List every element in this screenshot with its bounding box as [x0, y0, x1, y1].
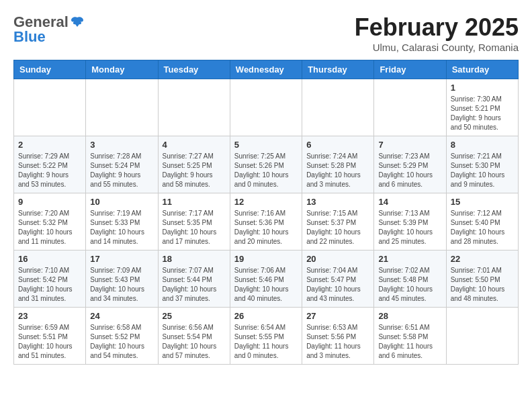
day-info: Daylight: 11 hours and 3 minutes.: [306, 342, 369, 361]
day-number: 14: [378, 197, 441, 207]
day-info: Daylight: 11 hours and 6 minutes.: [378, 342, 441, 361]
day-info: Sunset: 5:48 PM: [378, 275, 441, 285]
day-number: 6: [306, 140, 369, 150]
day-info: Daylight: 10 hours and 45 minutes.: [378, 285, 441, 304]
day-info: Sunset: 5:36 PM: [234, 218, 298, 228]
day-number: 16: [18, 254, 81, 264]
day-number: 28: [378, 311, 441, 321]
day-info: Sunset: 5:51 PM: [18, 332, 81, 342]
calendar-cell: 3Sunrise: 7:28 AMSunset: 5:24 PMDaylight…: [86, 136, 158, 193]
day-number: 7: [378, 140, 441, 150]
calendar-week-5: 23Sunrise: 6:59 AMSunset: 5:51 PMDayligh…: [14, 308, 519, 365]
day-info: Daylight: 9 hours and 58 minutes.: [163, 171, 226, 189]
logo-bird-icon: [70, 15, 85, 30]
calendar-cell: 20Sunrise: 7:04 AMSunset: 5:47 PMDayligh…: [302, 250, 374, 308]
calendar-cell: 19Sunrise: 7:06 AMSunset: 5:46 PMDayligh…: [230, 250, 302, 308]
day-info: Daylight: 10 hours and 9 minutes.: [451, 171, 514, 189]
col-thursday: Thursday: [302, 60, 374, 79]
day-info: Sunrise: 7:27 AM: [163, 152, 226, 161]
day-info: Sunrise: 7:02 AM: [378, 266, 441, 275]
day-info: Sunrise: 7:30 AM: [451, 95, 514, 104]
day-info: Sunrise: 7:13 AM: [378, 209, 441, 218]
day-info: Sunset: 5:21 PM: [451, 104, 514, 113]
day-info: Sunset: 5:46 PM: [234, 275, 298, 285]
calendar-week-3: 9Sunrise: 7:20 AMSunset: 5:32 PMDaylight…: [14, 193, 519, 250]
day-info: Daylight: 10 hours and 51 minutes.: [18, 342, 81, 361]
day-info: Sunset: 5:52 PM: [90, 332, 153, 342]
day-number: 11: [163, 197, 226, 207]
day-number: 27: [306, 311, 369, 321]
day-info: Sunset: 5:42 PM: [18, 275, 81, 285]
day-info: Daylight: 10 hours and 14 minutes.: [90, 228, 153, 246]
day-number: 17: [90, 254, 153, 264]
month-title: February 2025: [355, 13, 519, 42]
day-number: 2: [18, 140, 81, 150]
calendar-week-4: 16Sunrise: 7:10 AMSunset: 5:42 PMDayligh…: [14, 250, 519, 308]
calendar-week-2: 2Sunrise: 7:29 AMSunset: 5:22 PMDaylight…: [14, 136, 519, 193]
calendar-cell: 9Sunrise: 7:20 AMSunset: 5:32 PMDaylight…: [14, 193, 86, 250]
day-info: Sunrise: 7:09 AM: [90, 266, 153, 275]
day-info: Sunset: 5:37 PM: [306, 218, 369, 228]
day-number: 8: [451, 140, 514, 150]
calendar-cell: 18Sunrise: 7:07 AMSunset: 5:44 PMDayligh…: [158, 250, 230, 308]
calendar-cell: 22Sunrise: 7:01 AMSunset: 5:50 PMDayligh…: [446, 250, 518, 308]
day-info: Sunset: 5:29 PM: [378, 161, 441, 171]
day-info: Daylight: 10 hours and 6 minutes.: [378, 171, 441, 189]
calendar-cell: 23Sunrise: 6:59 AMSunset: 5:51 PMDayligh…: [14, 308, 86, 365]
day-info: Sunset: 5:50 PM: [451, 275, 514, 285]
calendar-cell: 5Sunrise: 7:25 AMSunset: 5:26 PMDaylight…: [230, 136, 302, 193]
day-info: Daylight: 10 hours and 31 minutes.: [18, 285, 81, 304]
page-header: General Blue February 2025 Ulmu, Calaras…: [13, 13, 519, 53]
day-info: Sunset: 5:55 PM: [234, 332, 298, 342]
logo-blue-text: Blue: [13, 28, 46, 46]
day-info: Sunset: 5:44 PM: [163, 275, 226, 285]
day-number: 26: [234, 311, 298, 321]
location-subtitle: Ulmu, Calarasi County, Romania: [355, 42, 519, 53]
day-info: Sunrise: 6:59 AM: [18, 323, 81, 332]
day-info: Sunrise: 7:07 AM: [163, 266, 226, 275]
day-info: Daylight: 10 hours and 3 minutes.: [306, 171, 369, 189]
calendar-cell: 27Sunrise: 6:53 AMSunset: 5:56 PMDayligh…: [302, 308, 374, 365]
day-info: Sunset: 5:56 PM: [306, 332, 369, 342]
day-info: Sunrise: 7:06 AM: [234, 266, 298, 275]
day-info: Sunrise: 7:25 AM: [234, 152, 298, 161]
calendar-week-1: 1Sunrise: 7:30 AMSunset: 5:21 PMDaylight…: [14, 79, 519, 136]
day-info: Sunset: 5:28 PM: [306, 161, 369, 171]
day-info: Sunrise: 7:19 AM: [90, 209, 153, 218]
col-saturday: Saturday: [446, 60, 518, 79]
day-info: Daylight: 10 hours and 40 minutes.: [234, 285, 298, 304]
day-info: Sunset: 5:30 PM: [451, 161, 514, 171]
calendar-cell: 10Sunrise: 7:19 AMSunset: 5:33 PMDayligh…: [86, 193, 158, 250]
calendar-cell: 14Sunrise: 7:13 AMSunset: 5:39 PMDayligh…: [374, 193, 446, 250]
day-number: 21: [378, 254, 441, 264]
day-info: Sunrise: 6:53 AM: [306, 323, 369, 332]
calendar-cell: 12Sunrise: 7:16 AMSunset: 5:36 PMDayligh…: [230, 193, 302, 250]
col-monday: Monday: [86, 60, 158, 79]
col-wednesday: Wednesday: [230, 60, 302, 79]
day-info: Sunset: 5:54 PM: [163, 332, 226, 342]
day-info: Daylight: 9 hours and 50 minutes.: [451, 113, 514, 132]
day-info: Sunrise: 7:04 AM: [306, 266, 369, 275]
calendar-cell: 26Sunrise: 6:54 AMSunset: 5:55 PMDayligh…: [230, 308, 302, 365]
day-number: 13: [306, 197, 369, 207]
day-info: Sunset: 5:35 PM: [163, 218, 226, 228]
calendar-cell: [14, 79, 86, 136]
day-info: Daylight: 10 hours and 37 minutes.: [163, 285, 226, 304]
day-info: Daylight: 10 hours and 0 minutes.: [234, 171, 298, 189]
day-info: Sunrise: 7:23 AM: [378, 152, 441, 161]
day-info: Daylight: 10 hours and 17 minutes.: [163, 228, 226, 246]
calendar-cell: 16Sunrise: 7:10 AMSunset: 5:42 PMDayligh…: [14, 250, 86, 308]
day-info: Sunset: 5:22 PM: [18, 161, 81, 171]
calendar-cell: 4Sunrise: 7:27 AMSunset: 5:25 PMDaylight…: [158, 136, 230, 193]
day-number: 18: [163, 254, 226, 264]
col-friday: Friday: [374, 60, 446, 79]
day-info: Daylight: 10 hours and 43 minutes.: [306, 285, 369, 304]
calendar-cell: 21Sunrise: 7:02 AMSunset: 5:48 PMDayligh…: [374, 250, 446, 308]
calendar-cell: 17Sunrise: 7:09 AMSunset: 5:43 PMDayligh…: [86, 250, 158, 308]
calendar-cell: 28Sunrise: 6:51 AMSunset: 5:58 PMDayligh…: [374, 308, 446, 365]
calendar-cell: 15Sunrise: 7:12 AMSunset: 5:40 PMDayligh…: [446, 193, 518, 250]
day-info: Daylight: 10 hours and 20 minutes.: [234, 228, 298, 246]
calendar-cell: 1Sunrise: 7:30 AMSunset: 5:21 PMDaylight…: [446, 79, 518, 136]
calendar-cell: [86, 79, 158, 136]
day-number: 9: [18, 197, 81, 207]
